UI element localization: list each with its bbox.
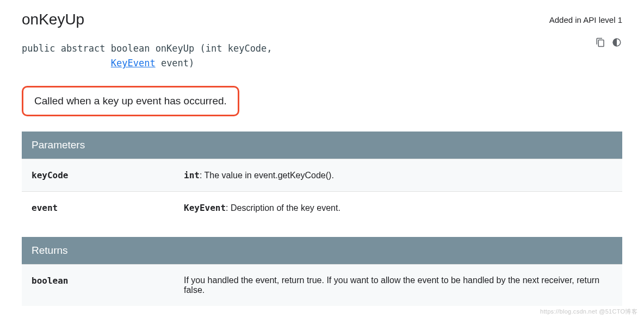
param-name: event [22,192,174,224]
theme-toggle-icon[interactable] [611,37,622,48]
return-desc: If you handled the event, return true. I… [174,265,622,307]
table-row: keyCode int: The value in event.getKeyCo… [22,159,622,192]
copy-icon[interactable] [595,37,606,48]
param-text: : Description of the key event. [226,203,340,212]
signature-block: public abstract boolean onKeyUp (int key… [22,41,622,71]
return-type: boolean [22,265,174,307]
param-desc: int: The value in event.getKeyCode(). [174,159,622,192]
description-callout: Called when a key up event has occurred. [22,86,239,116]
method-signature: public abstract boolean onKeyUp (int key… [22,41,622,71]
param-type: KeyEvent [184,203,226,213]
param-name: keyCode [22,159,174,192]
param-desc: KeyEvent: Description of the key event. [174,192,622,224]
keyevent-type-link[interactable]: KeyEvent [111,58,156,68]
table-row: event KeyEvent: Description of the key e… [22,192,622,224]
parameters-table: Parameters keyCode int: The value in eve… [22,132,622,224]
sig-suffix: event) [156,58,195,68]
returns-table: Returns boolean If you handled the event… [22,237,622,306]
table-row: boolean If you handled the event, return… [22,265,622,307]
sig-line-1: public abstract boolean onKeyUp (int key… [22,43,273,54]
watermark: https://blog.csdn.net @51CTO博客 [540,308,637,316]
param-text: : The value in event.getKeyCode(). [200,171,334,180]
sig-indent [22,58,111,68]
method-title: onKeyUp [22,11,84,28]
code-actions [595,37,622,48]
returns-heading: Returns [22,237,622,265]
parameters-heading: Parameters [22,132,622,159]
header-row: onKeyUp Added in API level 1 [22,11,622,28]
api-level-badge: Added in API level 1 [549,15,622,24]
param-type: int [184,170,200,180]
